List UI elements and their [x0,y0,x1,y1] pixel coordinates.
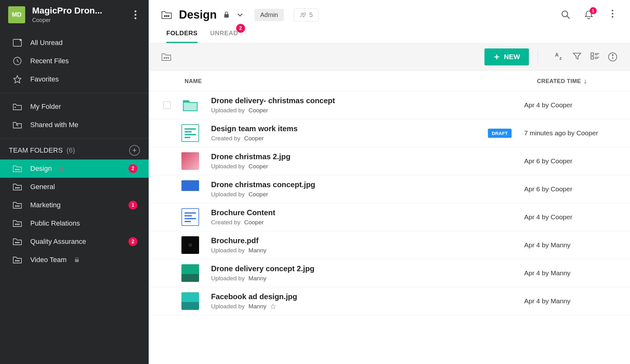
svg-point-9 [15,188,16,188]
svg-point-7 [19,169,20,170]
file-row[interactable]: Drone delivery- christmas concept Upload… [149,91,630,119]
sort-desc-icon: ↓ [584,77,587,85]
info-button[interactable] [608,52,617,62]
team-folder-icon [13,164,22,173]
lock-icon [224,12,229,18]
star-icon [13,75,22,84]
sidebar-team-item-public-relations[interactable]: Public Relations [0,214,149,232]
members-pill[interactable]: 5 [294,8,319,21]
lock-icon [75,257,80,262]
star-icon[interactable] [270,304,276,309]
file-name: Brochure Content [211,208,524,217]
svg-point-22 [17,260,18,261]
more-menu-button[interactable] [607,10,617,20]
image-thumbnail [181,264,199,282]
image-thumbnail [181,180,199,198]
svg-point-19 [17,242,18,243]
team-folders-title: TEAM FOLDERS [9,146,63,154]
team-item-label: Design [30,165,52,173]
svg-point-17 [19,224,20,225]
svg-point-11 [19,188,20,188]
sidebar-quick-section: All Unread Recent Files Favorites [0,29,149,93]
svg-point-26 [166,15,167,17]
team-folder-icon [161,10,172,19]
sidebar-team-section: TEAM FOLDERS (6) + Design 2 General Mark… [0,138,149,269]
svg-point-18 [15,242,16,243]
workspace-title: MagicPro Dron... [32,6,114,16]
team-item-label: Marketing [30,201,61,209]
sidebar-team-item-video-team[interactable]: Video Team [0,251,149,269]
svg-point-15 [15,224,16,225]
tab-unread[interactable]: UNREAD 2 [210,30,238,43]
file-row[interactable]: Drone christmas 2.jpg Uploaded by Cooper… [149,147,630,175]
file-row[interactable]: Brochure Content Created by Cooper Apr 4… [149,203,630,231]
image-thumbnail [181,152,199,170]
filter-icon [573,52,581,60]
sidebar-team-item-design[interactable]: Design 2 [0,160,149,178]
svg-point-1 [20,39,21,41]
new-button[interactable]: NEW [484,48,529,65]
page-title: Design [179,8,217,21]
svg-point-34 [168,58,169,59]
sidebar: MD MagicPro Dron... Cooper All Unread Re… [0,0,149,364]
svg-rect-24 [75,259,79,262]
unread-badge: 1 [129,201,137,210]
file-row[interactable]: Facebook ad design.jpg Uploaded by Manny… [149,287,630,315]
info-icon [608,52,617,62]
file-row[interactable]: Brochure.pdf Uploaded by Manny Apr 4 by … [149,231,630,259]
role-pill[interactable]: Admin [255,9,284,21]
main-content: Design Admin 5 1 FOLDERS [149,0,630,364]
workspace-menu-icon[interactable] [129,10,142,19]
sidebar-item-my-folder[interactable]: My Folder [0,98,149,116]
view-button[interactable] [590,52,600,62]
file-meta: Created by Cooper [211,219,524,226]
sidebar-team-item-marketing[interactable]: Marketing 1 [0,196,149,214]
file-meta: Uploaded by Cooper [211,163,524,170]
file-name: Drone delivery concept 2.jpg [211,264,524,273]
svg-point-21 [15,260,16,261]
sidebar-item-shared[interactable]: Shared with Me [0,116,149,134]
file-row[interactable]: Design team work items Created by Cooper… [149,119,630,147]
chevron-down-icon[interactable] [237,13,244,17]
sidebar-team-item-general[interactable]: General [0,178,149,196]
content-tabs: FOLDERS UNREAD 2 [149,21,630,43]
svg-point-33 [166,58,167,59]
filter-button[interactable] [573,52,582,62]
file-row[interactable]: Drone delivery concept 2.jpg Uploaded by… [149,259,630,287]
file-created-time: Apr 4 by Manny [524,269,612,277]
row-checkbox[interactable] [163,101,171,109]
team-item-label: Video Team [30,256,66,264]
inbox-icon [13,38,22,48]
plus-icon [493,53,500,60]
svg-point-12 [15,206,16,207]
svg-point-4 [14,107,16,108]
workspace-header[interactable]: MD MagicPro Dron... Cooper [0,0,149,29]
search-button[interactable] [561,10,571,20]
column-created[interactable]: CREATED TIME ↓ [537,77,587,85]
kebab-icon [607,10,617,18]
svg-point-5 [15,169,16,170]
sidebar-item-recent[interactable]: Recent Files [0,52,149,70]
sidebar-label: All Unread [30,39,63,47]
file-name: Brochure.pdf [211,236,524,245]
svg-point-27 [168,15,169,17]
sort-button[interactable]: Az [555,52,564,62]
sidebar-item-all-unread[interactable]: All Unread [0,34,149,52]
file-row[interactable]: Drone christmas concept.jpg Uploaded by … [149,175,630,203]
breadcrumb-folder-icon[interactable] [161,53,171,61]
file-created-time: Apr 6 by Cooper [524,185,612,193]
team-folder-icon [13,237,22,246]
file-meta: Uploaded by Manny [211,275,524,282]
column-name[interactable]: NAME [185,78,202,85]
divider [538,50,538,64]
sidebar-item-favorites[interactable]: Favorites [0,70,149,88]
svg-text:z: z [559,56,562,60]
notifications-button[interactable]: 1 [584,10,594,20]
tab-folders[interactable]: FOLDERS [166,30,198,43]
file-name: Drone christmas 2.jpg [211,152,524,161]
team-folder-icon [13,255,22,265]
sidebar-team-item-quality-assurance[interactable]: Quality Assurance 2 [0,232,149,251]
add-team-folder-button[interactable]: + [129,145,140,156]
sidebar-label: Shared with Me [30,121,78,129]
file-created-time: Apr 4 by Manny [524,297,612,305]
